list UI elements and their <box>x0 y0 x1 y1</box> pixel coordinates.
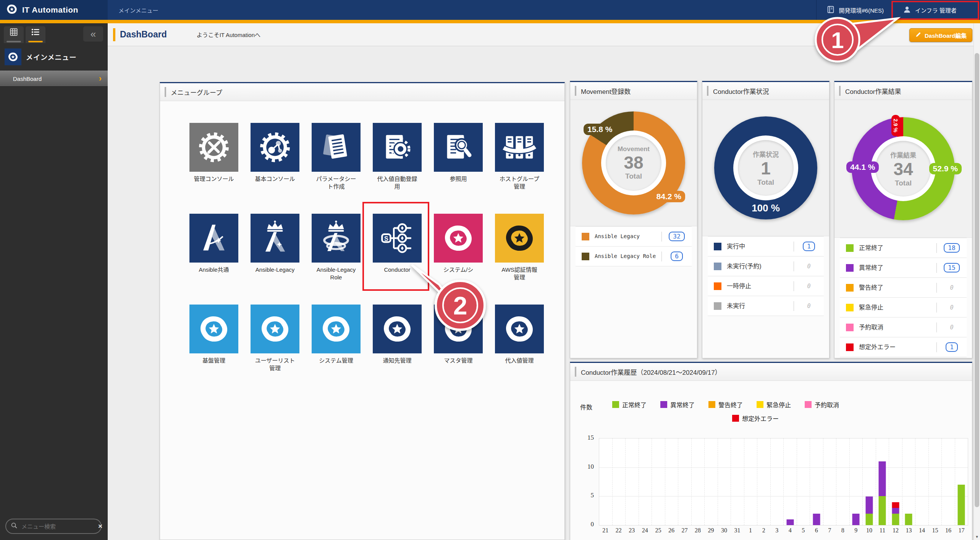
legend-label: 異常終了 <box>859 264 936 272</box>
legend-count: 0 <box>937 304 967 311</box>
legend-label: Ansible Legacy <box>595 233 661 240</box>
topbar-main-menu[interactable]: メインメニュー <box>108 0 158 20</box>
history-legend-item: 想定外エラー <box>732 414 779 423</box>
y-axis-tick: 10 <box>577 463 594 471</box>
legend-label: 正常終了 <box>859 244 936 252</box>
app-brand: IT Automation <box>0 0 108 20</box>
menu-tile-substitution-auto-register[interactable]: 代入値自動登録用 <box>367 123 428 214</box>
sidebar-item-dashboard[interactable]: DashBoard › <box>0 71 108 87</box>
legend-swatch <box>805 401 812 408</box>
bar-segment <box>958 485 965 525</box>
environment-selector[interactable]: 開発環境#6(NES) <box>816 0 894 20</box>
menu-tile-parameter-sheet-create[interactable]: パラメータシート作成 <box>306 123 367 214</box>
page-header: DashBoard ようこそIT Automationへ DashBoard編集 <box>108 23 980 46</box>
panel-accent <box>707 86 708 96</box>
bar-segment <box>813 514 820 525</box>
donut-center-label: 作業状況 <box>753 149 779 159</box>
x-axis-tick: 1 <box>744 527 757 534</box>
menu-tile-label: システム/シ <box>438 266 479 274</box>
menu-tile-notification[interactable]: 通知先管理 <box>367 305 428 395</box>
legend-row[interactable]: Ansible Legacy Role 6 <box>576 246 692 266</box>
donut-center: 作業状況 1 Total <box>738 140 794 196</box>
menu-search-box[interactable]: × <box>5 519 102 534</box>
menu-tile-system-admin[interactable]: システム管理 <box>306 305 367 395</box>
bar-column-3 <box>771 438 784 525</box>
menu-tile-label: Ansible共通 <box>194 266 234 274</box>
menu-tile-ansible-common[interactable]: Ansible共通 <box>183 214 244 305</box>
bar-column-27 <box>678 438 692 525</box>
menu-search-input[interactable] <box>21 523 98 530</box>
bar-column-2 <box>757 438 771 525</box>
x-axis-tick: 12 <box>889 527 902 534</box>
legend-row[interactable]: 想定外エラー 1 <box>840 337 967 357</box>
tab-grid-view[interactable] <box>4 26 24 43</box>
accent-stripe <box>0 20 980 23</box>
bar-column-29 <box>705 438 718 525</box>
vertical-scrollbar[interactable]: ▾ <box>974 23 980 540</box>
x-axis-tick: 11 <box>876 527 889 534</box>
menu-tile-label: 管理コンソール <box>194 175 234 183</box>
menu-tile-label: Ansible-LegacyRole <box>316 266 356 282</box>
x-axis-tick: 2 <box>757 527 770 534</box>
x-axis-tick: 7 <box>823 527 836 534</box>
scrollbar-thumb[interactable] <box>975 53 979 507</box>
donut-center-label: Movement <box>618 145 650 153</box>
menu-tile-basic-console[interactable]: 基本コンソール <box>244 123 306 214</box>
x-axis-tick: 6 <box>810 527 823 534</box>
menu-tile-reference[interactable]: 参照用 <box>428 123 489 214</box>
legend-row[interactable]: 異常終了 15 <box>840 258 967 277</box>
menu-tile-system-group[interactable]: システム/シ <box>428 214 489 305</box>
panel-accent <box>575 367 576 377</box>
conductor-history-panel: Conductor作業履歴（2024/08/21～2024/09/17） 件数 … <box>570 362 972 540</box>
menu-tile-ansible-legacy-role[interactable]: Ansible-LegacyRole <box>306 214 367 305</box>
legend-row[interactable]: Ansible Legacy 32 <box>576 226 692 246</box>
percentage-label: 52.9 % <box>929 163 962 174</box>
menu-tile-substitution[interactable]: 代入値管理 <box>489 305 550 395</box>
legend-swatch <box>714 263 721 270</box>
legend-row[interactable]: 正常終了 18 <box>840 238 967 258</box>
menu-tile-label: AWS認証情報管理 <box>499 266 540 282</box>
legend-row[interactable]: 実行中 1 <box>708 236 824 256</box>
user-menu[interactable]: インフラ 管理者 <box>894 0 980 20</box>
menu-tile-aws-credentials[interactable]: AWS認証情報管理 <box>489 214 550 305</box>
sidebar-menu-group[interactable]: メインメニュー <box>0 43 108 71</box>
bar-column-9 <box>850 438 863 525</box>
bar-segment <box>892 502 899 508</box>
legend-count: 1 <box>937 342 967 352</box>
menu-tile-ansible-legacy[interactable]: Ansible-Legacy <box>244 214 306 305</box>
bar-segment <box>892 514 899 525</box>
conductor-status-panel: Conductor作業状況 作業状況 1 Total100 % 実行中 1 未実… <box>702 81 830 358</box>
it-automation-dashboard: IT Automation メインメニュー 開発環境#6(NES) インフラ 管… <box>0 0 980 540</box>
swirl-icon <box>251 305 299 353</box>
menu-tile-host-group[interactable]: ホストグループ管理 <box>489 123 550 214</box>
bar-column-14 <box>915 438 929 525</box>
x-axis-tick: 23 <box>625 527 639 534</box>
menu-tile-user-list[interactable]: ユーザーリスト管理 <box>244 305 306 395</box>
swirl-icon <box>373 305 422 353</box>
panel-accent <box>575 86 576 96</box>
bar-column-5 <box>797 438 810 525</box>
search-clear-icon[interactable]: × <box>98 522 102 530</box>
legend-swatch <box>846 284 854 292</box>
menu-tile-admin-console[interactable]: 管理コンソール <box>183 123 244 214</box>
panel-header: メニューグループ <box>160 83 564 101</box>
donut-center-sub: Total <box>895 179 912 187</box>
legend-swatch <box>582 233 589 240</box>
sidebar-tabs: « <box>0 23 108 43</box>
menu-tile-master[interactable]: マスタ管理 <box>428 305 489 395</box>
swirl-icon <box>189 305 238 353</box>
donut-center: 作業結果 34 Total <box>875 141 931 197</box>
menu-tile-conductor[interactable]: SConductor <box>367 214 428 305</box>
swirl-dark-icon <box>495 214 544 263</box>
user-icon <box>903 5 911 15</box>
sidebar-collapse-button[interactable]: « <box>83 26 103 42</box>
bar-column-15 <box>929 438 942 525</box>
menu-tile-foundation[interactable]: 基盤管理 <box>183 305 244 395</box>
user-label: インフラ 管理者 <box>915 6 957 14</box>
bar-segment <box>892 508 899 514</box>
ansible-crown-ring-icon <box>312 214 361 263</box>
tab-list-view[interactable] <box>26 26 45 43</box>
menu-tile-label: システム管理 <box>316 357 356 364</box>
scrollbar-down-arrow[interactable]: ▾ <box>974 534 980 539</box>
dashboard-edit-button[interactable]: DashBoard編集 <box>909 28 972 42</box>
